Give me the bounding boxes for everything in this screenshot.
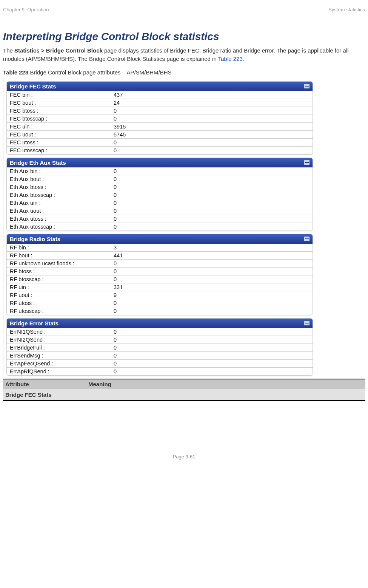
stat-row: Eth Aux bout :0 — [7, 175, 313, 183]
stat-value: 0 — [111, 360, 313, 367]
stat-row: FEC btosscap :0 — [7, 115, 313, 123]
page-number: Page 9-61 — [3, 454, 365, 460]
panel-title: Bridge Radio Stats — [10, 236, 60, 242]
stat-row: FEC btoss :0 — [7, 107, 313, 115]
stat-value: 3 — [111, 244, 313, 251]
stat-value: 0 — [111, 368, 313, 375]
panel-header[interactable]: Bridge FEC Stats — [7, 82, 313, 91]
panel-bridge-eth-aux-stats: Bridge Eth Aux Stats Eth Aux bin :0 Eth … — [6, 158, 313, 231]
stat-label: Eth Aux bout : — [7, 175, 111, 183]
page-title: Interpreting Bridge Control Block statis… — [3, 31, 365, 43]
panel-header[interactable]: Bridge Radio Stats — [7, 234, 313, 244]
stat-value: 0 — [111, 299, 313, 307]
stat-label: Eth Aux btoss : — [7, 183, 111, 191]
stat-label: RF bin : — [7, 244, 111, 251]
collapse-icon[interactable] — [304, 237, 309, 241]
collapse-icon[interactable] — [304, 84, 309, 88]
section-bridge-fec-stats: Bridge FEC Stats — [3, 389, 365, 401]
panel-header[interactable]: Bridge Eth Aux Stats — [7, 158, 313, 167]
panel-title: Bridge Eth Aux Stats — [10, 159, 66, 166]
stat-value: 0 — [111, 147, 313, 154]
section-label: System statistics — [328, 7, 365, 12]
page-header: Chapter 9: Operation System statistics — [3, 7, 365, 12]
stat-value: 331 — [111, 283, 313, 291]
stat-row: ErrSendMsg :0 — [7, 352, 313, 360]
caption-rest: Bridge Control Block page attributes – A… — [28, 69, 171, 76]
panel-header[interactable]: Bridge Error Stats — [7, 319, 313, 328]
stat-label: FEC bout : — [7, 99, 111, 107]
stat-value: 0 — [111, 207, 313, 215]
stat-row: RF btosscap :0 — [7, 275, 313, 283]
stat-row: FEC utosscap :0 — [7, 147, 313, 154]
stat-label: RF uout : — [7, 291, 111, 299]
stat-label: RF btoss : — [7, 268, 111, 275]
attribute-table: Attribute Meaning Bridge FEC Stats — [3, 379, 365, 401]
stat-row: Eth Aux btosscap :0 — [7, 191, 313, 199]
col-attribute: Attribute — [3, 379, 86, 389]
table-caption: Table 223 Bridge Control Block page attr… — [3, 69, 365, 76]
stat-label: RF uin : — [7, 283, 111, 291]
stat-label: RF unknown ucast floods : — [7, 260, 111, 267]
panel-bridge-fec-stats: Bridge FEC Stats FEC bin :437 FEC bout :… — [6, 81, 313, 155]
stat-label: ErrSendMsg : — [7, 352, 111, 359]
panel-body: RF bin :3 RF bout :441 RF unknown ucast … — [7, 244, 313, 315]
stat-label: FEC utosscap : — [7, 147, 111, 154]
stat-row: Eth Aux utoss :0 — [7, 215, 313, 223]
panel-body: FEC bin :437 FEC bout :24 FEC btoss :0 F… — [7, 91, 313, 154]
stat-value: 0 — [111, 167, 313, 175]
stat-label: FEC bin : — [7, 91, 111, 99]
stat-row: ErrNI2QSend :0 — [7, 336, 313, 344]
stat-row: FEC uin :3915 — [7, 123, 313, 131]
stat-value: 0 — [111, 275, 313, 283]
collapse-icon[interactable] — [304, 321, 309, 325]
stat-row: FEC bout :24 — [7, 99, 313, 107]
intro-end: . — [243, 56, 244, 62]
stat-row: ErrApFecQSend :0 — [7, 360, 313, 368]
stats-area: Bridge FEC Stats FEC bin :437 FEC bout :… — [3, 78, 316, 376]
stat-value: 0 — [111, 199, 313, 207]
stat-row: ErrNI1QSend :0 — [7, 328, 313, 336]
panel-bridge-error-stats: Bridge Error Stats ErrNI1QSend :0 ErrNI2… — [6, 318, 313, 376]
stat-label: FEC uin : — [7, 123, 111, 130]
stat-value: 0 — [111, 307, 313, 315]
collapse-icon[interactable] — [304, 160, 309, 165]
stat-label: ErrApFecQSend : — [7, 360, 111, 367]
table-header-row: Attribute Meaning — [3, 379, 365, 389]
stat-value: 0 — [111, 344, 313, 351]
stat-value: 3915 — [111, 123, 313, 130]
stat-label: Eth Aux utoss : — [7, 215, 111, 223]
stat-label: Eth Aux uin : — [7, 199, 111, 207]
stat-label: ErrApRfQSend : — [7, 368, 111, 375]
stat-row: RF utosscap :0 — [7, 307, 313, 315]
stat-row: FEC utoss :0 — [7, 139, 313, 147]
stat-row: ErrApRfQSend :0 — [7, 368, 313, 375]
stat-row: Eth Aux uout :0 — [7, 207, 313, 215]
stat-value: 5745 — [111, 131, 313, 138]
stat-value: 0 — [111, 328, 313, 336]
stat-value: 0 — [111, 260, 313, 267]
panel-title: Bridge FEC Stats — [10, 83, 56, 90]
stat-value: 0 — [111, 268, 313, 275]
stat-label: Eth Aux uout : — [7, 207, 111, 215]
stat-row: RF btoss :0 — [7, 268, 313, 275]
stat-value: 0 — [111, 107, 313, 115]
panel-bridge-radio-stats: Bridge Radio Stats RF bin :3 RF bout :44… — [6, 234, 313, 315]
stat-row: RF uin :331 — [7, 283, 313, 291]
stat-value: 0 — [111, 336, 313, 344]
stat-row: Eth Aux utosscap :0 — [7, 223, 313, 231]
stat-label: RF utoss : — [7, 299, 111, 307]
stat-row: Eth Aux bin :0 — [7, 167, 313, 175]
stat-label: ErrBridgeFull : — [7, 344, 111, 351]
stat-value: 0 — [111, 139, 313, 146]
stat-label: FEC btoss : — [7, 107, 111, 115]
panel-body: Eth Aux bin :0 Eth Aux bout :0 Eth Aux b… — [7, 167, 313, 231]
stat-row: Eth Aux btoss :0 — [7, 183, 313, 191]
stat-label: Eth Aux bin : — [7, 167, 111, 175]
stat-label: FEC uout : — [7, 131, 111, 138]
table-section-row: Bridge FEC Stats — [3, 389, 365, 401]
stat-value: 0 — [111, 175, 313, 183]
panel-title: Bridge Error Stats — [10, 320, 59, 326]
table-ref-link[interactable]: Table 223 — [218, 56, 243, 62]
stat-label: ErrNI1QSend : — [7, 328, 111, 336]
stat-row: Eth Aux uin :0 — [7, 199, 313, 207]
